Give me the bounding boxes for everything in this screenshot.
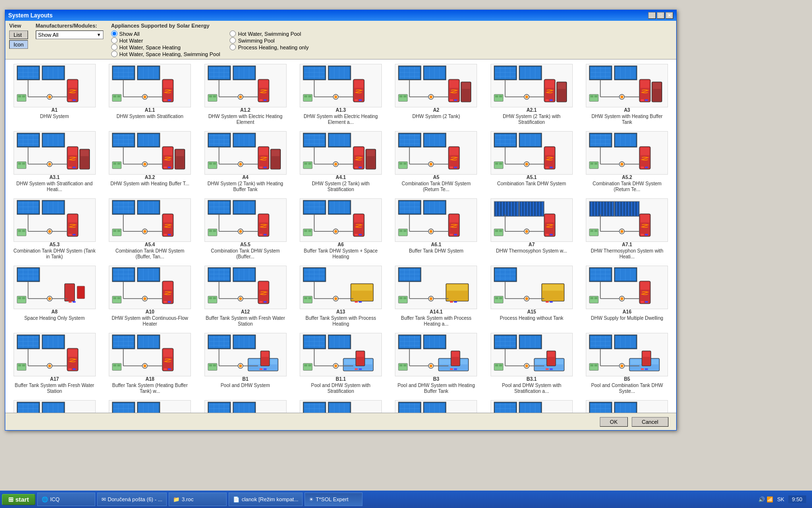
svg-rect-776 [22,364,25,366]
svg-rect-853 [357,352,363,357]
taskbar-item-tsol[interactable]: ☀ T*SOL Expert [304,493,362,506]
cancel-button[interactable]: Cancel [632,417,668,427]
system-item-a17[interactable]: A17Buffer Tank System with Fresh Water S… [7,330,102,397]
system-code: A3.2 [145,175,155,180]
svg-point-578 [621,230,624,233]
svg-rect-604 [18,297,21,299]
svg-rect-634 [168,301,171,302]
start-button[interactable]: ⊞ start [2,494,35,505]
list-view-button[interactable]: List [9,30,28,39]
svg-rect-559 [591,202,593,216]
system-item-a12[interactable]: A1.2DHW System with Electric Heating Ele… [198,61,292,128]
system-code: A3 [624,107,630,113]
manufacturers-dropdown[interactable]: Show All ▼ [36,30,103,39]
taskbar-item-doc[interactable]: 📄 clanok [Režim kompat... [229,493,303,506]
system-item-a31[interactable]: A3.1DHW System with Stratification and H… [7,129,102,195]
svg-rect-526 [454,234,457,235]
svg-rect-860 [304,364,307,366]
svg-rect-222 [69,166,72,168]
svg-rect-588 [18,269,38,281]
system-item-a6[interactable]: A6Buffer Tank DHW System + Space Heating [293,196,388,262]
close-button[interactable]: ✕ [666,12,673,19]
system-item-a18[interactable]: A18Buffer Tank System (Heating Buffer Ta… [102,330,197,397]
radio-hot-water-space[interactable]: Hot Water, Space Heating [111,44,220,50]
svg-rect-147 [520,67,540,79]
system-item-a54[interactable]: A5.4Combination Tank DHW System (Buffer,… [102,196,197,262]
radio-process-heating[interactable]: Process Heating, heating only [230,44,308,50]
system-item-a51[interactable]: A5.1Combination Tank DHW System [484,129,579,195]
system-item-a2[interactable]: A2DHW System (2 Tank) [389,61,483,128]
system-item-b1[interactable]: B1Pool and DHW System [198,330,292,397]
svg-rect-684 [400,269,420,281]
svg-rect-163 [499,95,502,97]
taskbar-item-icq[interactable]: 🌐 ICQ [37,493,95,506]
radio-hot-water-swim[interactable]: Hot Water, Swimming Pool [230,30,308,37]
system-item-b3[interactable]: B3Pool and DHW System with Heating Buffe… [389,330,483,397]
system-item-a61[interactable]: A6.1Buffer Tank DHW System [389,196,483,262]
svg-rect-862 [355,368,358,370]
system-item-a21[interactable]: A2.1DHW System (2 Tank) with Stratificat… [484,61,579,128]
system-item-a13[interactable]: A13Buffer Tank System with Process Heati… [293,263,388,329]
radio-hot-water-space-swim[interactable]: Hot Water, Space Heating, Swimming Pool [111,51,220,57]
minimize-button[interactable]: _ [648,12,656,19]
system-item-a3[interactable]: A3DHW System with Heating Buffer Tank [580,61,674,128]
svg-rect-361 [495,163,498,164]
system-item-a41[interactable]: A4.1DHW System (2 Tank) with Stratificat… [293,129,388,195]
taskbar-item-mail[interactable]: ✉ Doručená pošta (6) - ... [97,493,167,506]
system-item-a11[interactable]: A1.1DHW System with Stratification [102,61,197,128]
ok-button[interactable]: OK [600,417,628,427]
svg-point-329 [430,163,433,165]
svg-rect-366 [591,134,611,146]
system-item-a8[interactable]: A8Space Heating Only System [7,263,102,329]
system-label: Buffer Tank DHW System [409,248,464,254]
system-item-a141[interactable]: A14.1Buffer Tank System with Process Hea… [389,263,483,329]
system-item-a55[interactable]: A5.5Combination Tank DHW System (Buffer.… [198,196,292,262]
svg-rect-420 [114,201,134,213]
system-diagram [204,64,287,107]
system-icons-grid[interactable]: A1DHW SystemA1.1DHW System with Stratifi… [5,60,676,416]
system-item-b31[interactable]: B3.1Pool and DHW System with Stratificat… [484,330,579,397]
system-item-b11[interactable]: B1.1Pool and DHW System with Stratificat… [293,330,388,397]
system-item-a10[interactable]: A10DHW System with Continuous-Flow Heate… [102,263,197,329]
svg-rect-308 [308,163,311,164]
system-item-a4[interactable]: A4DHW System (2 Tank) with Heating Buffe… [198,129,292,195]
system-code: A13 [336,309,345,314]
svg-rect-651 [259,282,268,290]
system-item-a52[interactable]: A5.2Combination Tank DHW System (Return … [580,129,674,195]
svg-rect-250 [117,163,120,164]
folder-icon: 📁 [173,496,180,503]
system-code: A1.1 [145,107,155,113]
system-item-a71[interactable]: A7.1DHW Thermosyphon System with Heati..… [580,196,674,262]
radio-swimming-pool[interactable]: Swimming Pool [230,37,308,44]
system-item-a16[interactable]: A16DHW Supply for Multiple Dwelling [580,263,674,329]
system-item-a1[interactable]: A1DHW System [7,61,102,128]
system-item-a13[interactable]: A1.3DHW System with Electric Heating Ele… [293,61,388,128]
svg-rect-469 [209,230,212,232]
svg-rect-560 [594,202,595,216]
maximize-button[interactable]: □ [657,12,665,19]
svg-rect-525 [450,234,453,235]
system-label: DHW Thermosyphon System w... [496,248,567,254]
svg-rect-362 [499,163,502,164]
svg-rect-418 [72,234,75,235]
icon-view-button[interactable]: Icon [9,40,28,49]
bottom-bar: OK Cancel [5,413,676,430]
system-code: B1.1 [335,376,346,382]
system-item-a53[interactable]: A5.3Combination Tank DHW System (Tank in… [7,196,102,262]
system-item-a7[interactable]: A7DHW Thermosyphon System w... [484,196,579,262]
system-item-a5[interactable]: A5Combination Tank DHW System (Return Te… [389,129,483,195]
svg-rect-527 [494,201,519,216]
svg-rect-605 [22,297,25,299]
taskbar-item-folder[interactable]: 📁 3.roc [169,493,227,506]
system-item-a12[interactable]: A12Buffer Tank System with Fresh Water S… [198,263,292,329]
svg-rect-135 [450,99,453,101]
system-item-a32[interactable]: A3.2DHW System with Heating Buffer T... [102,129,197,195]
radio-show-all[interactable]: Show All [111,30,220,37]
radio-hot-water[interactable]: Hot Water [111,37,220,44]
svg-rect-950 [645,368,648,370]
system-item-b5[interactable]: B5Pool and Combination Tank DHW Syste... [580,330,674,397]
svg-rect-920 [546,368,549,370]
svg-rect-447 [209,201,229,213]
svg-rect-496 [304,230,307,232]
system-item-a15[interactable]: A15Process Heating without Tank [484,263,579,329]
